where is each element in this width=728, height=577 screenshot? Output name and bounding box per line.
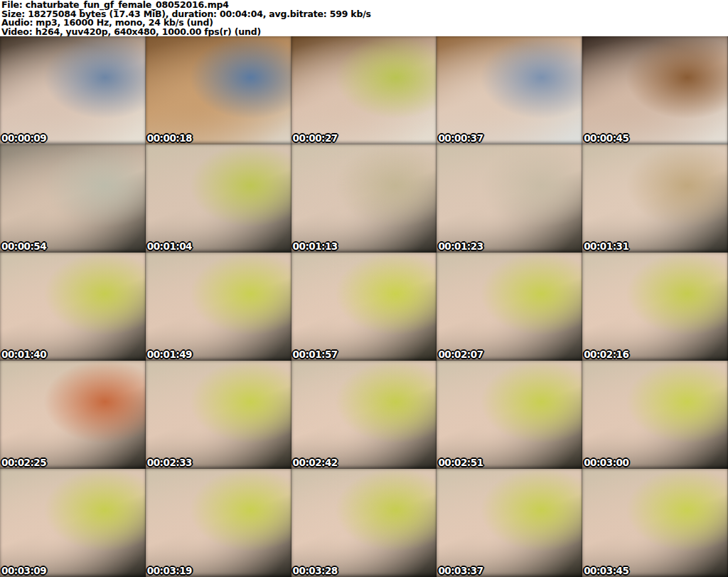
video-frame-thumbnail: 00:03:19 bbox=[146, 469, 291, 577]
video-frame-thumbnail: 00:00:45 bbox=[582, 36, 728, 144]
video-frame-thumbnail: 00:02:16 bbox=[582, 253, 728, 361]
timestamp-overlay: 00:01:49 bbox=[147, 349, 192, 360]
video-frame-thumbnail: 00:00:18 bbox=[146, 36, 291, 144]
video-frame-thumbnail: 00:01:13 bbox=[291, 144, 437, 253]
timestamp-overlay: 00:03:28 bbox=[293, 566, 338, 576]
video-contact-sheet: File: chaturbate_fun_gf_female_08052016.… bbox=[0, 0, 728, 577]
file-info-header: File: chaturbate_fun_gf_female_08052016.… bbox=[0, 0, 728, 36]
timestamp-overlay: 00:01:23 bbox=[438, 241, 483, 252]
timestamp-overlay: 00:01:40 bbox=[1, 349, 46, 360]
timestamp-overlay: 00:02:07 bbox=[438, 349, 483, 360]
video-frame-thumbnail: 00:03:45 bbox=[582, 469, 728, 577]
video-frame-thumbnail: 00:02:25 bbox=[0, 361, 146, 469]
video-frame-thumbnail: 00:02:42 bbox=[291, 361, 437, 469]
video-frame-thumbnail: 00:01:04 bbox=[146, 144, 291, 253]
video-frame-thumbnail: 00:00:54 bbox=[0, 144, 146, 253]
timestamp-overlay: 00:01:57 bbox=[293, 349, 338, 360]
video-frame-thumbnail: 00:00:09 bbox=[0, 36, 146, 144]
video-info-line: Video: h264, yuv420p, 640x480, 1000.00 f… bbox=[1, 28, 728, 37]
video-frame-thumbnail: 00:03:28 bbox=[291, 469, 437, 577]
video-frame-thumbnail: 00:01:57 bbox=[291, 253, 437, 361]
timestamp-overlay: 00:02:51 bbox=[438, 457, 483, 468]
timestamp-overlay: 00:00:18 bbox=[147, 133, 192, 144]
video-frame-thumbnail: 00:00:37 bbox=[437, 36, 582, 144]
video-frame-thumbnail: 00:02:51 bbox=[437, 361, 582, 469]
timestamp-overlay: 00:01:13 bbox=[293, 241, 338, 252]
timestamp-overlay: 00:00:45 bbox=[584, 133, 628, 144]
video-frame-thumbnail: 00:01:23 bbox=[437, 144, 582, 253]
video-frame-thumbnail: 00:01:40 bbox=[0, 253, 146, 361]
thumbnail-grid: 00:00:0900:00:1800:00:2700:00:3700:00:45… bbox=[0, 36, 728, 577]
timestamp-overlay: 00:00:09 bbox=[1, 133, 46, 144]
timestamp-overlay: 00:01:04 bbox=[147, 241, 192, 252]
video-frame-thumbnail: 00:01:49 bbox=[146, 253, 291, 361]
timestamp-overlay: 00:00:37 bbox=[438, 133, 483, 144]
video-frame-thumbnail: 00:03:37 bbox=[437, 469, 582, 577]
timestamp-overlay: 00:03:09 bbox=[1, 566, 46, 576]
video-frame-thumbnail: 00:03:00 bbox=[582, 361, 728, 469]
timestamp-overlay: 00:02:16 bbox=[584, 349, 628, 360]
timestamp-overlay: 00:00:27 bbox=[293, 133, 338, 144]
timestamp-overlay: 00:03:45 bbox=[584, 566, 628, 576]
video-frame-thumbnail: 00:00:27 bbox=[291, 36, 437, 144]
video-frame-thumbnail: 00:02:33 bbox=[146, 361, 291, 469]
timestamp-overlay: 00:03:37 bbox=[438, 566, 483, 576]
timestamp-overlay: 00:03:00 bbox=[584, 457, 628, 468]
timestamp-overlay: 00:02:42 bbox=[293, 457, 338, 468]
video-frame-thumbnail: 00:02:07 bbox=[437, 253, 582, 361]
timestamp-overlay: 00:00:54 bbox=[1, 241, 46, 252]
timestamp-overlay: 00:01:31 bbox=[584, 241, 628, 252]
timestamp-overlay: 00:03:19 bbox=[147, 566, 192, 576]
timestamp-overlay: 00:02:25 bbox=[1, 457, 46, 468]
video-frame-thumbnail: 00:03:09 bbox=[0, 469, 146, 577]
timestamp-overlay: 00:02:33 bbox=[147, 457, 192, 468]
video-frame-thumbnail: 00:01:31 bbox=[582, 144, 728, 253]
